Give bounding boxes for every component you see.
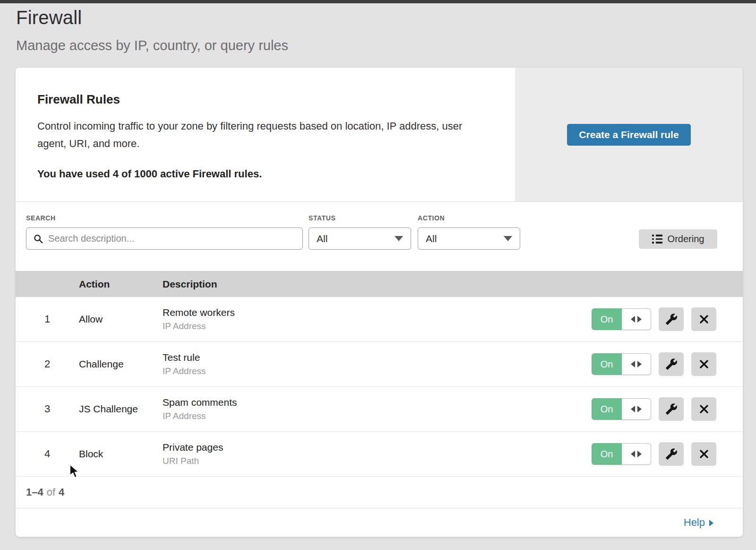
rule-description: Remote workers: [163, 307, 592, 318]
left-right-arrows-icon: [622, 398, 651, 420]
delete-rule-button[interactable]: [691, 307, 716, 331]
delete-rule-button[interactable]: [691, 397, 716, 421]
wrench-icon: [665, 358, 678, 370]
close-icon: [698, 358, 710, 370]
edit-rule-button[interactable]: [659, 442, 684, 466]
rule-action: JS Challenge: [79, 403, 163, 415]
rule-priority: 4: [16, 448, 79, 460]
toggle-on-label: On: [592, 308, 622, 330]
close-icon: [698, 314, 710, 325]
intro-text-panel: Firewall Rules Control incoming traffic …: [16, 68, 515, 201]
rule-enabled-toggle[interactable]: On: [592, 398, 651, 420]
edit-rule-button[interactable]: [659, 307, 684, 331]
rule-controls: On: [592, 397, 743, 421]
chevron-down-icon: [395, 236, 403, 241]
filters-bar: SEARCH STATUS ACTION All All: [16, 202, 743, 271]
rule-description: Private pages: [163, 442, 592, 453]
page-title: Firewall: [16, 7, 756, 28]
delete-rule-button[interactable]: [691, 442, 716, 466]
rule-priority: 1: [16, 313, 79, 325]
create-rule-panel: Create a Firewall rule: [515, 68, 743, 201]
edit-rule-button[interactable]: [659, 352, 684, 376]
toggle-on-label: On: [592, 398, 622, 420]
table-row: 3 JS Challenge Spam comments IP Address …: [16, 387, 743, 432]
left-right-arrows-icon: [622, 353, 651, 375]
description-column-header: Description: [163, 279, 743, 290]
search-icon: [33, 234, 43, 244]
action-label: ACTION: [418, 214, 445, 222]
rule-type: IP Address: [163, 366, 592, 376]
help-link-label: Help: [684, 516, 705, 529]
rule-priority: 2: [16, 358, 79, 370]
rule-enabled-toggle[interactable]: On: [592, 353, 651, 375]
wrench-icon: [665, 403, 678, 415]
ordering-button-label: Ordering: [668, 234, 704, 244]
table-row: 2 Challenge Test rule IP Address On: [16, 342, 743, 387]
table-row: 1 Allow Remote workers IP Address On: [16, 297, 743, 342]
window-top-strip: [0, 0, 756, 3]
intro-section: Firewall Rules Control incoming traffic …: [16, 68, 743, 202]
ordered-list-icon: [652, 235, 662, 244]
edit-rule-button[interactable]: [659, 397, 684, 421]
table-header: Action Description: [16, 271, 743, 297]
card-footer: Help: [16, 508, 743, 537]
action-select-value: All: [426, 233, 437, 244]
rule-action: Allow: [79, 314, 163, 325]
status-select[interactable]: All: [309, 227, 411, 250]
firewall-page: Firewall Manage access by IP, country, o…: [0, 0, 756, 550]
chevron-right-icon: [709, 520, 713, 526]
create-firewall-rule-button[interactable]: Create a Firewall rule: [567, 124, 690, 146]
rule-priority: 3: [16, 403, 79, 415]
toggle-on-label: On: [592, 443, 622, 465]
rule-controls: On: [592, 307, 743, 331]
status-select-value: All: [317, 233, 327, 244]
ordering-button[interactable]: Ordering: [639, 229, 717, 249]
rule-description: Test rule: [163, 352, 592, 363]
page-subtitle: Manage access by IP, country, or query r…: [16, 38, 756, 53]
rule-type: IP Address: [163, 321, 592, 332]
toggle-on-label: On: [592, 353, 622, 375]
rule-type: IP Address: [163, 411, 592, 421]
help-link[interactable]: Help: [684, 516, 713, 529]
search-field-wrap: [26, 227, 303, 250]
rule-enabled-toggle[interactable]: On: [592, 308, 651, 330]
panel-description: Control incoming traffic to your zone by…: [37, 117, 477, 152]
rule-action: Block: [79, 448, 163, 460]
left-right-arrows-icon: [622, 308, 651, 330]
panel-title: Firewall Rules: [37, 92, 477, 107]
rule-controls: On: [592, 442, 743, 466]
usage-note: You have used 4 of 1000 active Firewall …: [37, 168, 477, 180]
wrench-icon: [665, 448, 678, 460]
close-icon: [698, 403, 710, 415]
pagination-total: 4: [59, 486, 64, 498]
status-label: STATUS: [309, 214, 336, 222]
pagination: 1–4 of 4: [16, 477, 743, 508]
rule-enabled-toggle[interactable]: On: [592, 443, 651, 465]
rule-controls: On: [592, 352, 743, 376]
rule-action: Challenge: [79, 358, 163, 370]
left-right-arrows-icon: [622, 443, 651, 465]
search-input[interactable]: [48, 233, 296, 244]
rule-type: URI Path: [163, 456, 592, 466]
pagination-of: of: [47, 486, 55, 498]
pagination-range: 1–4: [26, 486, 43, 498]
page-header: Firewall Manage access by IP, country, o…: [0, 3, 756, 53]
firewall-rules-card: Firewall Rules Control incoming traffic …: [16, 68, 743, 537]
wrench-icon: [665, 313, 678, 325]
action-column-header: Action: [79, 279, 163, 290]
table-row: 4 Block Private pages URI Path On: [16, 432, 743, 477]
close-icon: [698, 448, 710, 460]
search-label: SEARCH: [26, 214, 56, 222]
chevron-down-icon: [504, 236, 512, 241]
delete-rule-button[interactable]: [691, 352, 716, 376]
rule-description: Spam comments: [163, 397, 592, 408]
action-select[interactable]: All: [418, 227, 520, 250]
